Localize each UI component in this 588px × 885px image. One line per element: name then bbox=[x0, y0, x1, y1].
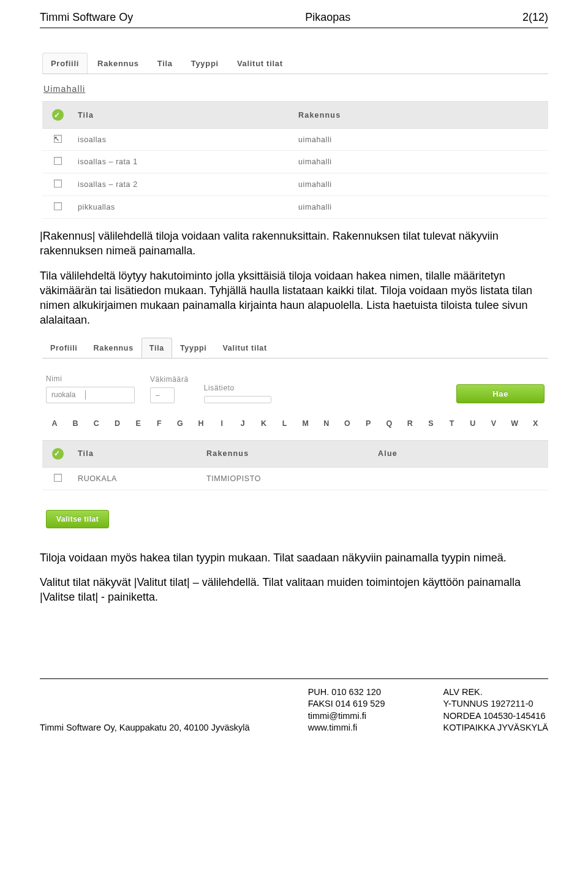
paragraph: |Rakennus| välilehdellä tiloja voidaan v… bbox=[40, 229, 548, 259]
select-all-header[interactable]: ✓ bbox=[42, 102, 73, 129]
alpha-letter[interactable]: G bbox=[172, 419, 189, 428]
field-lisatieto: Lisätieto bbox=[204, 384, 271, 403]
cell-rakennus: uimahalli bbox=[293, 173, 548, 196]
tab-tyyppi[interactable]: Tyyppi bbox=[172, 338, 215, 358]
tab-valitut-tilat[interactable]: Valitut tilat bbox=[215, 338, 275, 358]
tab-bar: Profiili Rakennus Tila Tyyppi Valitut ti… bbox=[42, 338, 548, 359]
alpha-letter[interactable]: J bbox=[234, 419, 251, 428]
row-checkbox[interactable] bbox=[54, 474, 62, 482]
header-rule bbox=[40, 28, 548, 28]
alpha-letter[interactable]: T bbox=[443, 419, 461, 428]
document-header: Timmi Software Oy Pikaopas 2(12) bbox=[40, 11, 548, 24]
alpha-letter[interactable]: F bbox=[151, 419, 168, 428]
footer-address: Timmi Software Oy, Kauppakatu 20, 40100 … bbox=[40, 686, 250, 734]
alpha-letter[interactable]: K bbox=[255, 419, 272, 428]
lisatieto-input[interactable] bbox=[204, 396, 271, 403]
alpha-letter[interactable]: N bbox=[318, 419, 335, 428]
cell-rakennus: uimahalli bbox=[293, 196, 548, 219]
company-name: Timmi Software Oy bbox=[40, 11, 133, 24]
page-number: 2(12) bbox=[522, 11, 548, 24]
footer-registry: ALV REK. Y-TUNNUS 1927211-0 NORDEA 10453… bbox=[443, 686, 548, 734]
table-row: pikkuallas uimahalli bbox=[42, 196, 548, 219]
cell-tila: isoallas – rata 2 bbox=[73, 173, 293, 196]
footer-rule bbox=[40, 678, 548, 679]
alpha-letter[interactable]: H bbox=[192, 419, 209, 428]
alpha-letter[interactable]: X bbox=[527, 419, 544, 428]
alpha-letter[interactable]: V bbox=[485, 419, 502, 428]
screenshot-rakennus: Profiili Rakennus Tila Tyyppi Valitut ti… bbox=[42, 53, 548, 219]
tab-valitut-tilat[interactable]: Valitut tilat bbox=[228, 53, 292, 74]
paragraph: Tila välilehdeltä löytyy hakutoiminto jo… bbox=[40, 268, 548, 328]
alpha-letter[interactable]: R bbox=[401, 419, 418, 428]
screenshot-tila-search: Profiili Rakennus Tila Tyyppi Valitut ti… bbox=[42, 338, 548, 528]
alpha-letter[interactable]: W bbox=[506, 419, 523, 428]
cell-rakennus: TIMMIOPISTO bbox=[202, 467, 373, 490]
alpha-letter[interactable]: L bbox=[276, 419, 293, 428]
col-rakennus: Rakennus bbox=[293, 102, 548, 129]
alpha-letter[interactable]: D bbox=[108, 419, 126, 428]
table-row: RUOKALA TIMMIOPISTO bbox=[42, 467, 548, 490]
vakimaara-label: Väkimäärä bbox=[150, 375, 189, 384]
alpha-letter[interactable]: S bbox=[423, 419, 440, 428]
alphabet-filter: A B C D E F G H I J K L M N O P Q R S T … bbox=[42, 414, 548, 440]
results-table: ✓ Tila Rakennus Alue RUOKALA TIMMIOPISTO bbox=[42, 440, 548, 490]
cell-alue bbox=[373, 467, 548, 490]
check-icon: ✓ bbox=[52, 448, 64, 460]
vakimaara-input[interactable]: – bbox=[150, 387, 175, 403]
field-nimi: Nimi ruokala bbox=[46, 374, 135, 403]
col-tila: Tila bbox=[73, 102, 293, 129]
alpha-letter[interactable]: P bbox=[360, 419, 377, 428]
select-all-header[interactable]: ✓ bbox=[42, 440, 73, 467]
tab-rakennus[interactable]: Rakennus bbox=[89, 53, 148, 74]
nimi-value: ruokala bbox=[51, 390, 75, 399]
col-tila: Tila bbox=[73, 440, 202, 467]
cell-rakennus: uimahalli bbox=[293, 151, 548, 173]
alpha-letter[interactable]: I bbox=[213, 419, 230, 428]
alpha-letter[interactable]: A bbox=[46, 419, 63, 428]
paragraph: Tiloja voidaan myös hakea tilan tyypin m… bbox=[40, 550, 548, 565]
tab-profiili[interactable]: Profiili bbox=[42, 53, 88, 74]
search-button[interactable]: Hae bbox=[456, 384, 545, 403]
search-form: Nimi ruokala Väkimäärä – Lisätieto Hae bbox=[42, 359, 548, 414]
tab-rakennus[interactable]: Rakennus bbox=[86, 338, 141, 358]
paragraph: Valitut tilat näkyvät |Valitut tilat| – … bbox=[40, 575, 548, 605]
cell-tila: isoallas bbox=[73, 129, 293, 151]
lisatieto-label: Lisätieto bbox=[204, 384, 271, 392]
cell-tila: isoallas – rata 1 bbox=[73, 151, 293, 173]
row-checkbox[interactable] bbox=[54, 180, 62, 188]
col-alue: Alue bbox=[373, 440, 548, 467]
table-row: isoallas uimahalli bbox=[42, 129, 548, 151]
document-title: Pikaopas bbox=[305, 11, 350, 24]
alpha-letter[interactable]: E bbox=[130, 419, 147, 428]
alpha-letter[interactable]: Q bbox=[380, 419, 398, 428]
tab-tila[interactable]: Tila bbox=[149, 53, 181, 74]
table-row: isoallas – rata 1 uimahalli bbox=[42, 151, 548, 173]
nimi-input[interactable]: ruokala bbox=[46, 387, 135, 403]
rooms-table: ✓ Tila Rakennus isoallas uimahalli isoal… bbox=[42, 101, 548, 219]
alpha-letter[interactable]: O bbox=[339, 419, 356, 428]
alpha-letter[interactable]: U bbox=[464, 419, 481, 428]
field-vakimaara: Väkimäärä – bbox=[150, 375, 189, 403]
row-checkbox[interactable] bbox=[54, 135, 62, 143]
check-icon: ✓ bbox=[52, 109, 64, 121]
table-row: isoallas – rata 2 uimahalli bbox=[42, 173, 548, 196]
tab-tila[interactable]: Tila bbox=[141, 338, 172, 358]
nimi-label: Nimi bbox=[46, 374, 135, 383]
tab-tyyppi[interactable]: Tyyppi bbox=[183, 53, 227, 74]
tab-profiili[interactable]: Profiili bbox=[42, 338, 86, 358]
alpha-letter[interactable]: C bbox=[88, 419, 105, 428]
footer-contact: PUH. 010 632 120 FAKSI 014 619 529 timmi… bbox=[308, 686, 385, 734]
building-name-link[interactable]: Uimahalli bbox=[43, 84, 548, 94]
alpha-letter[interactable]: M bbox=[297, 419, 314, 428]
cell-tila: RUOKALA bbox=[73, 467, 202, 490]
tab-bar: Profiili Rakennus Tila Tyyppi Valitut ti… bbox=[42, 53, 548, 74]
select-rooms-button[interactable]: Valitse tilat bbox=[46, 510, 109, 528]
text-cursor-icon bbox=[85, 390, 86, 400]
row-checkbox[interactable] bbox=[54, 157, 62, 165]
col-rakennus: Rakennus bbox=[202, 440, 373, 467]
document-footer: Timmi Software Oy, Kauppakatu 20, 40100 … bbox=[40, 678, 548, 734]
cell-tila: pikkuallas bbox=[73, 196, 293, 219]
cell-rakennus: uimahalli bbox=[293, 129, 548, 151]
alpha-letter[interactable]: B bbox=[67, 419, 84, 428]
row-checkbox[interactable] bbox=[54, 202, 62, 210]
